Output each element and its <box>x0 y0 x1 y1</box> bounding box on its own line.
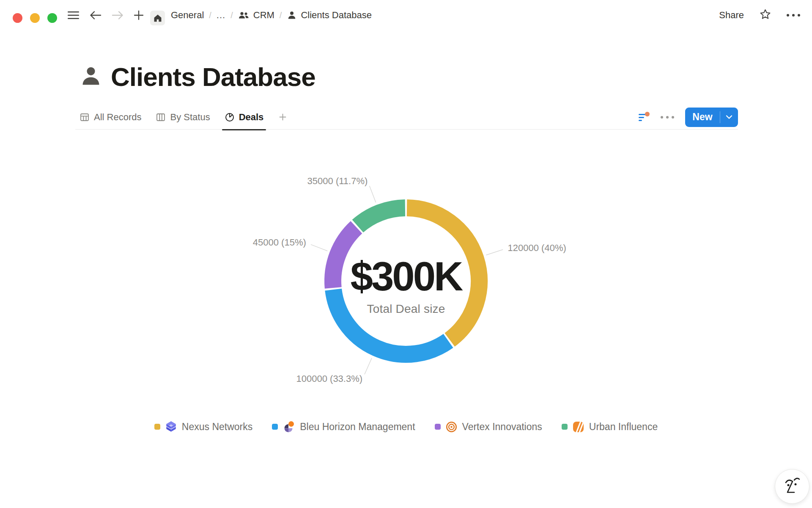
legend-swatch <box>562 424 568 430</box>
urban-influence-logo-icon <box>573 421 584 433</box>
add-view-plus-icon[interactable] <box>278 112 288 122</box>
legend-label: Urban Influence <box>589 421 658 433</box>
vertex-innovations-logo-icon <box>446 421 457 433</box>
page-title: Clients Database <box>111 62 315 92</box>
notion-ai-face-icon <box>783 475 801 497</box>
back-icon[interactable] <box>90 0 102 30</box>
breadcrumb-item-clients-database[interactable]: Clients Database <box>287 10 372 21</box>
view-tabbar: All Records By Status Deals <box>75 105 738 130</box>
new-tab-plus-icon[interactable] <box>134 0 144 30</box>
breadcrumb-item-crm[interactable]: CRM <box>238 10 274 21</box>
legend-swatch <box>272 424 278 430</box>
sidebar-menu-icon[interactable] <box>68 0 79 30</box>
table-icon <box>80 112 90 122</box>
slice-leader-line <box>365 358 372 374</box>
legend-swatch <box>154 424 160 430</box>
pie-chart-icon <box>225 112 235 122</box>
people-icon <box>238 10 250 20</box>
filter-sort-icon[interactable] <box>639 113 650 122</box>
chart-center: $300K Total Deal size <box>351 253 462 316</box>
more-options-icon[interactable] <box>787 14 800 17</box>
slice-label-urban-influence: 35000 (11.7%) <box>307 176 368 186</box>
legend-swatch <box>435 424 441 430</box>
share-button[interactable]: Share <box>719 10 744 21</box>
view-tabs: All Records By Status Deals <box>75 105 288 130</box>
nexus-networks-logo-icon <box>165 421 177 433</box>
donut-chart: 120000 (40%)100000 (33.3%)45000 (15%)350… <box>0 130 812 426</box>
forward-icon[interactable] <box>112 0 123 30</box>
minimize-window-button[interactable] <box>30 13 40 23</box>
filter-active-dot <box>645 112 650 116</box>
tab-label: All Records <box>94 112 141 123</box>
breadcrumb-separator: / <box>230 11 233 20</box>
favorite-star-icon[interactable] <box>759 8 771 22</box>
zoom-window-button[interactable] <box>47 13 57 23</box>
slice-leader-line <box>370 186 376 202</box>
breadcrumb-label: CRM <box>253 10 274 21</box>
breadcrumb-collapsed-button[interactable]: ... <box>217 10 225 21</box>
chart-total-label: Total Deal size <box>351 302 462 316</box>
bleu-horizon-logo-icon <box>283 421 295 433</box>
slice-leader-line <box>311 245 327 251</box>
legend-item-bleu-horizon-management[interactable]: Bleu Horizon Management <box>272 421 415 433</box>
close-window-button[interactable] <box>13 13 22 23</box>
page-person-icon <box>80 65 102 89</box>
breadcrumb-separator: / <box>209 11 211 20</box>
legend-label: Nexus Networks <box>182 421 252 433</box>
slice-label-vertex-innovations: 45000 (15%) <box>253 237 306 248</box>
tab-by-status[interactable]: By Status <box>156 105 210 130</box>
chart-total-value: $300K <box>351 253 462 300</box>
legend-item-vertex-innovations[interactable]: Vertex Innovations <box>435 421 542 433</box>
tab-deals[interactable]: Deals <box>225 105 264 130</box>
legend-item-urban-influence[interactable]: Urban Influence <box>562 421 658 433</box>
chart-legend: Nexus Networks Bleu Horizon Management V… <box>0 421 812 433</box>
person-icon <box>287 10 297 20</box>
page-header: Clients Database <box>80 62 315 92</box>
app-window: General / ... / CRM / Clients Database S… <box>0 0 812 508</box>
legend-label: Bleu Horizon Management <box>300 421 415 433</box>
home-icon[interactable] <box>150 11 165 25</box>
legend-item-nexus-networks[interactable]: Nexus Networks <box>154 421 252 433</box>
breadcrumb: General / ... / CRM / Clients Database <box>171 0 372 30</box>
slice-leader-line <box>486 250 503 255</box>
view-options-icon[interactable] <box>661 116 674 119</box>
new-button-label: New <box>685 108 720 127</box>
chevron-down-icon[interactable] <box>720 108 738 127</box>
slice-label-bleu-horizon-management: 100000 (33.3%) <box>296 373 363 384</box>
tab-label: By Status <box>170 112 210 123</box>
breadcrumb-separator: / <box>280 11 282 20</box>
donut-segment-urban-influence[interactable] <box>358 208 405 226</box>
notion-ai-button[interactable] <box>775 469 809 504</box>
view-controls: New <box>639 108 738 127</box>
topbar: General / ... / CRM / Clients Database S… <box>0 0 812 30</box>
breadcrumb-item-general[interactable]: General <box>171 10 204 21</box>
legend-label: Vertex Innovations <box>462 421 542 433</box>
breadcrumb-label: Clients Database <box>301 10 372 21</box>
board-columns-icon <box>156 112 166 122</box>
new-record-button[interactable]: New <box>685 108 738 127</box>
tab-all-records[interactable]: All Records <box>80 105 141 130</box>
tab-label: Deals <box>239 112 264 123</box>
slice-label-nexus-networks: 120000 (40%) <box>508 243 566 253</box>
